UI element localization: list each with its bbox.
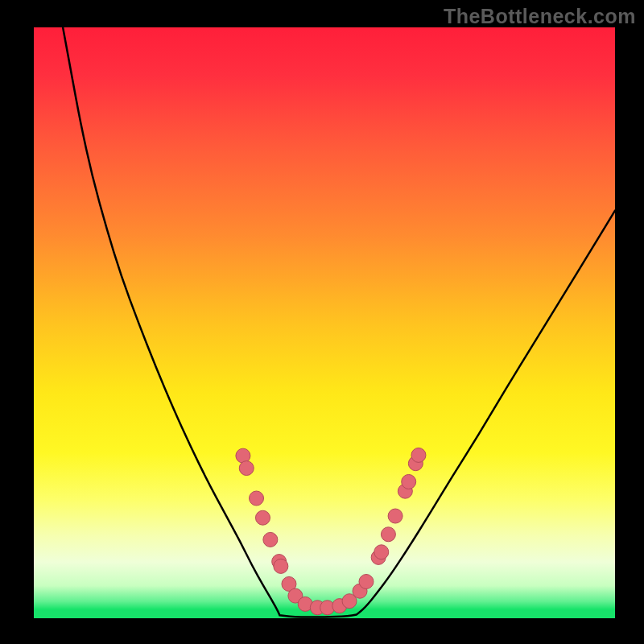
marker-dot (250, 491, 264, 506)
chart-svg (34, 27, 615, 618)
marker-dot (402, 474, 416, 489)
watermark-text: TheBottleneck.com (444, 5, 636, 28)
marker-dot (255, 510, 270, 525)
marker-dot (411, 448, 426, 462)
marker-dot (274, 559, 288, 573)
marker-dot (263, 532, 278, 547)
marker-dot (239, 461, 254, 476)
marker-dot (388, 509, 402, 523)
plot-area (34, 27, 615, 618)
outer-frame: TheBottleneck.com (0, 0, 644, 644)
marker-dot (381, 527, 395, 542)
gradient-background (34, 27, 615, 618)
marker-dot (359, 574, 374, 588)
marker-dot (374, 545, 389, 559)
